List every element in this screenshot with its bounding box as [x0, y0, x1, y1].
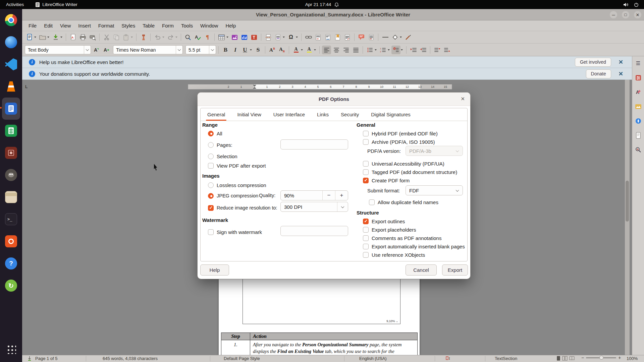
sidebar-styles-icon[interactable]: A: [635, 88, 642, 96]
focused-app-indicator[interactable]: LibreOffice Writer: [35, 2, 77, 7]
zoom-out-icon[interactable]: −: [581, 356, 584, 359]
insert-endnote-icon[interactable]: [323, 33, 332, 42]
freeform-line-icon[interactable]: [404, 33, 413, 42]
new-document-icon[interactable]: [25, 33, 34, 42]
align-center-icon[interactable]: [332, 46, 341, 54]
lossless-compression-radio[interactable]: [208, 182, 214, 188]
print-preview-icon[interactable]: [88, 33, 97, 42]
dock-gimp-icon[interactable]: [2, 164, 20, 186]
view-pdf-after-export-checkbox[interactable]: [208, 163, 214, 169]
menu-window[interactable]: Window: [197, 20, 222, 31]
new-style-icon[interactable]: A: [101, 46, 110, 54]
italic-icon[interactable]: I: [231, 46, 240, 54]
universal-accessibility-checkbox[interactable]: [363, 161, 369, 167]
pages-input[interactable]: [280, 139, 348, 149]
spelling-icon[interactable]: A: [193, 33, 202, 42]
paragraph-spacing-increase-icon[interactable]: [433, 46, 442, 54]
sidebar-properties-icon[interactable]: [635, 74, 642, 81]
export-blank-pages-checkbox[interactable]: [363, 244, 369, 249]
dock-terminal-icon[interactable]: >_: [2, 208, 20, 230]
clone-formatting-icon[interactable]: [139, 33, 148, 42]
hybrid-pdf-checkbox[interactable]: [363, 131, 369, 136]
sign-with-watermark-checkbox[interactable]: [208, 229, 214, 235]
subscript-icon[interactable]: AB: [277, 46, 286, 54]
dock-libreoffice-writer-icon[interactable]: [2, 98, 20, 120]
ordered-list-dropdown[interactable]: [388, 49, 390, 51]
dialog-titlebar[interactable]: PDF Options ✕: [198, 93, 470, 106]
font-color-dropdown[interactable]: [301, 49, 303, 51]
tab-initial-view[interactable]: Initial View: [232, 108, 266, 121]
print-icon[interactable]: [78, 33, 87, 42]
menu-table[interactable]: Table: [139, 20, 158, 31]
dock-software-updater-icon[interactable]: ↻: [2, 275, 20, 297]
undo-dropdown[interactable]: [162, 37, 164, 38]
undo-icon[interactable]: [153, 33, 162, 42]
close-window-button[interactable]: ✕: [634, 11, 641, 18]
power-icon[interactable]: [634, 2, 639, 7]
insert-comment-icon[interactable]: [357, 33, 366, 42]
multi-page-view-icon[interactable]: [562, 356, 568, 361]
scrollbar-thumb[interactable]: [626, 181, 629, 222]
dock-vlc-icon[interactable]: [2, 75, 20, 98]
zoom-slider[interactable]: − +: [581, 356, 621, 359]
reduce-resolution-checkbox[interactable]: [208, 205, 214, 211]
vertical-scrollbar[interactable]: [625, 80, 630, 355]
donate-button[interactable]: Donate: [586, 69, 611, 78]
paste-dropdown[interactable]: [131, 37, 133, 38]
superscript-icon[interactable]: AB: [268, 46, 277, 54]
unordered-list-icon[interactable]: [365, 46, 374, 54]
basic-shapes-dropdown[interactable]: [400, 37, 402, 38]
export-button[interactable]: Export: [442, 264, 468, 276]
export-placeholders-checkbox[interactable]: [363, 227, 369, 233]
export-outlines-checkbox[interactable]: [363, 219, 369, 224]
dialog-close-icon[interactable]: ✕: [461, 96, 465, 102]
dock-help-icon[interactable]: ?: [2, 252, 20, 275]
hyperlink-icon[interactable]: [304, 33, 313, 42]
insert-bookmark-icon[interactable]: [333, 33, 342, 42]
align-right-icon[interactable]: [341, 46, 351, 54]
tab-user-interface[interactable]: User Interface: [269, 108, 310, 121]
tab-links[interactable]: Links: [312, 108, 333, 121]
archive-pdfa-checkbox[interactable]: [363, 139, 369, 145]
sidebar-style-inspector-icon[interactable]: A: [635, 146, 642, 154]
zoom-percent[interactable]: 100%: [627, 356, 638, 361]
find-replace-icon[interactable]: [183, 33, 193, 42]
insert-textbox-icon[interactable]: T: [250, 33, 259, 42]
special-character-dropdown[interactable]: [296, 37, 298, 38]
infobar-help-close-icon[interactable]: ✕: [619, 59, 623, 66]
cut-icon[interactable]: [102, 33, 111, 42]
window-titlebar[interactable]: View_Person_Organizational_Summary.docx …: [22, 9, 644, 20]
page-break-icon[interactable]: [264, 33, 273, 42]
export-pdf-icon[interactable]: A: [68, 33, 77, 42]
dock-chrome-icon[interactable]: [2, 9, 20, 31]
dock-show-applications-icon[interactable]: [2, 338, 20, 360]
resolution-dropdown[interactable]: 300 DPI: [280, 202, 348, 212]
zoom-in-icon[interactable]: +: [618, 356, 621, 359]
unordered-list-dropdown[interactable]: [375, 49, 377, 51]
pages-radio[interactable]: [208, 142, 214, 148]
decrease-indent-icon[interactable]: [419, 46, 428, 54]
dock-ubuntu-software-icon[interactable]: [2, 230, 20, 252]
volume-icon[interactable]: [623, 2, 629, 7]
paragraph-style-dropdown-icon[interactable]: [84, 46, 91, 54]
insert-table-dropdown[interactable]: [226, 37, 228, 38]
create-pdf-form-checkbox[interactable]: [363, 178, 369, 183]
tab-general[interactable]: General: [203, 108, 230, 121]
align-left-icon[interactable]: [322, 46, 331, 54]
paste-icon[interactable]: [121, 33, 130, 42]
dock-libreoffice-impress-icon[interactable]: [2, 142, 20, 164]
book-view-icon[interactable]: [569, 356, 575, 361]
sidebar-gallery-icon[interactable]: [635, 103, 642, 110]
menu-format[interactable]: Format: [95, 20, 118, 31]
get-involved-button[interactable]: Get involved: [575, 58, 611, 67]
open-file-dropdown[interactable]: [47, 37, 49, 38]
menu-form[interactable]: Form: [158, 20, 177, 31]
jpeg-compression-radio[interactable]: [208, 193, 214, 199]
paragraph-style-combo[interactable]: Text Body: [25, 45, 91, 54]
tab-digital-signatures[interactable]: Digital Signatures: [366, 108, 415, 121]
insert-chart-icon[interactable]: [240, 33, 249, 42]
highlight-color-icon[interactable]: A: [305, 46, 314, 54]
clock[interactable]: Apr 21 17:44: [305, 2, 331, 7]
tagged-pdf-checkbox[interactable]: [363, 169, 369, 175]
save-dropdown[interactable]: [60, 37, 62, 38]
